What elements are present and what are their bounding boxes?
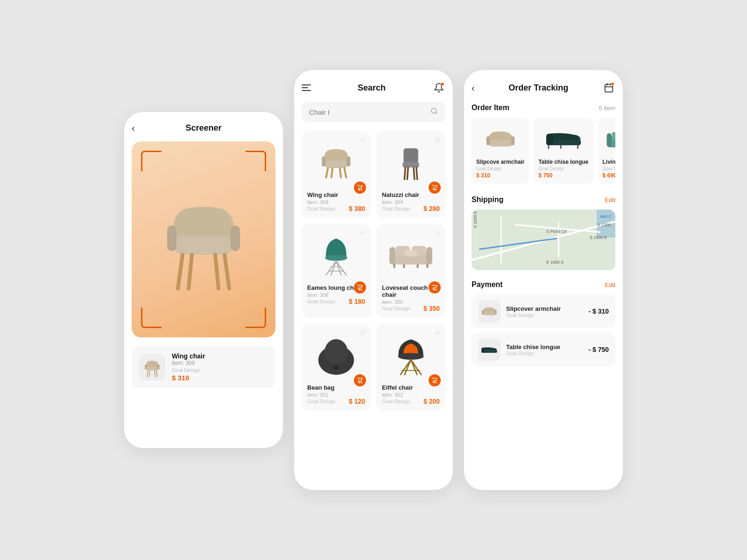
map-label: S Pond Cir [546, 229, 567, 234]
svg-point-31 [325, 255, 347, 261]
svg-point-49 [324, 339, 348, 364]
product-image [307, 136, 365, 188]
svg-line-21 [326, 168, 328, 177]
svg-rect-20 [347, 156, 351, 167]
order-item-card: Living roo... Goal Design $ 690 [598, 118, 615, 183]
add-to-cart-button[interactable] [354, 182, 366, 194]
favorite-button[interactable]: ☆ [359, 228, 366, 237]
order-tracking-header: ‹ Order Tracking [472, 81, 615, 94]
svg-line-28 [416, 168, 417, 179]
product-item: item: 305 [382, 299, 440, 305]
search-bar[interactable] [302, 102, 445, 122]
product-price: $ 380 [349, 205, 365, 212]
payment-item-brand: Goal Design [506, 350, 560, 356]
menu-line-3 [302, 90, 311, 91]
menu-button[interactable] [302, 84, 311, 91]
product-image [307, 329, 365, 380]
svg-line-27 [404, 168, 405, 179]
svg-rect-11 [158, 364, 160, 370]
add-to-cart-button[interactable] [429, 281, 441, 294]
product-item: item: 301 [307, 392, 365, 398]
product-item: item: 302 [382, 392, 440, 398]
svg-rect-61 [489, 140, 512, 147]
svg-line-22 [345, 168, 346, 177]
screener-result-price: $ 310 [172, 374, 205, 382]
svg-line-13 [156, 370, 157, 377]
shipping-label: Shipping [472, 196, 503, 204]
order-item-price: $ 750 [538, 172, 588, 179]
screener-title: Screener [185, 123, 221, 133]
order-items-count: 5 item [599, 105, 615, 112]
svg-rect-9 [147, 366, 158, 370]
order-item-price: $ 310 [476, 172, 524, 179]
map-road [500, 216, 502, 264]
search-phone: Search ☆ [294, 70, 453, 490]
order-item-price: $ 690 [603, 172, 615, 179]
order-items-label: Order Item [472, 104, 509, 112]
order-item-image [538, 122, 588, 155]
order-item-image [603, 122, 615, 155]
screener-back-button[interactable]: ‹ [132, 123, 135, 133]
map-label: S 1000 E St [473, 210, 478, 228]
favorite-button[interactable]: ☆ [434, 135, 441, 144]
svg-rect-62 [486, 136, 490, 145]
favorite-button[interactable]: ☆ [434, 328, 441, 337]
shipping-edit-button[interactable]: Edit [605, 196, 615, 203]
product-price: $ 350 [423, 305, 440, 312]
svg-line-15 [155, 370, 155, 377]
favorite-button[interactable]: ☆ [359, 328, 366, 337]
screener-viewfinder [132, 141, 275, 337]
screener-result-info: Wing chair item: 309 Goal Design $ 310 [172, 352, 205, 382]
svg-line-35 [336, 261, 341, 275]
svg-point-51 [398, 353, 423, 359]
calendar-button[interactable] [602, 81, 615, 94]
order-item-brand: Goal Design [538, 166, 588, 171]
payment-item-thumb [478, 300, 500, 322]
add-to-cart-button[interactable] [429, 182, 441, 194]
favorite-button[interactable]: ☆ [434, 228, 441, 237]
payment-section-header: Payment Edit [472, 280, 615, 289]
order-item-name: Living roo... [603, 159, 615, 165]
add-to-cart-button[interactable] [354, 374, 366, 386]
notification-dot [441, 82, 444, 86]
screener-chair-image [157, 186, 250, 293]
payment-item: Table chise longue Goal Design - $ 750 [472, 333, 615, 366]
product-image [382, 136, 440, 188]
map-label: Mid C [600, 214, 612, 219]
order-items-scroll[interactable]: Slipcove armchair Goal Design $ 310 [472, 118, 615, 185]
svg-rect-74 [483, 312, 495, 315]
svg-rect-1 [175, 236, 233, 255]
payment-edit-button[interactable]: Edit [605, 281, 615, 288]
product-card: ☆ Eames loung chai [302, 224, 371, 318]
svg-rect-40 [426, 247, 432, 265]
favorite-button[interactable]: ☆ [359, 135, 366, 144]
product-grid: ☆ Wing chair item: 309 Goal Design [302, 131, 445, 411]
search-input[interactable] [309, 108, 430, 116]
payment-list: Slipcover armchair Goal Design - $ 310 T… [472, 294, 615, 366]
svg-line-32 [326, 261, 336, 275]
notification-button[interactable] [432, 81, 445, 94]
svg-line-33 [336, 261, 346, 275]
screener-phone: ‹ Screener [124, 112, 283, 448]
map-road [558, 222, 559, 258]
svg-line-12 [147, 370, 148, 377]
product-price: $ 280 [423, 205, 440, 212]
map-label: S 1200 [597, 223, 611, 227]
svg-line-34 [331, 261, 336, 275]
screener-result-name: Wing chair [172, 352, 205, 360]
order-tracking-phone: ‹ Order Tracking Order Item 5 item [464, 70, 623, 490]
svg-line-5 [225, 255, 229, 288]
add-to-cart-button[interactable] [429, 374, 441, 386]
search-header: Search [302, 81, 445, 94]
svg-rect-50 [334, 365, 339, 370]
svg-rect-39 [389, 247, 395, 265]
screener-result-card: Wing chair item: 309 Goal Design $ 310 [132, 346, 275, 388]
svg-rect-76 [495, 310, 497, 315]
screener-result-thumb [139, 354, 165, 380]
add-to-cart-button[interactable] [354, 281, 366, 294]
shipping-map: S 1000 E St S Pond Cir S 1500 E E 1600 S… [472, 210, 615, 270]
svg-rect-66 [548, 145, 549, 148]
payment-item-name: Slipcover armchair [506, 305, 561, 312]
payment-item-amount: - $ 750 [588, 346, 609, 353]
order-back-button[interactable]: ‹ [472, 83, 475, 93]
